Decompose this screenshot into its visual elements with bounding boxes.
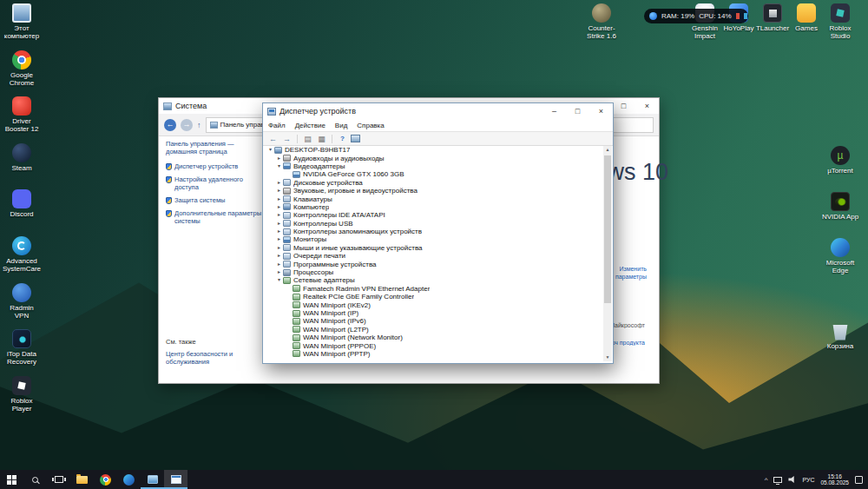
desktop-icon-systemcare[interactable]: Advanced SystemCare — [2, 236, 42, 273]
expand-icon[interactable]: ▸ — [275, 203, 283, 211]
edge-taskbar-button[interactable] — [117, 470, 141, 489]
taskbar-clock[interactable]: 15:16 05.08.2025 — [820, 473, 849, 486]
desktop-icon-chrome[interactable]: Google Chrome — [2, 50, 42, 87]
tree-item[interactable]: ▾Видеоадаптеры — [265, 162, 602, 170]
desktop-icon-edge[interactable]: Microsoft Edge — [820, 238, 860, 274]
volume-icon[interactable] — [788, 476, 796, 484]
tree-item[interactable]: ▸Мыши и иные указывающие устройства — [265, 244, 602, 252]
file-explorer-button[interactable] — [70, 470, 94, 489]
scan-hardware-icon[interactable] — [351, 135, 360, 142]
vertical-scrollbar[interactable]: ▲ ▼ — [603, 146, 612, 361]
expand-icon[interactable]: ▸ — [275, 261, 283, 268]
properties-icon[interactable]: ▦ — [316, 135, 327, 143]
expand-icon[interactable]: ▸ — [275, 211, 283, 219]
scroll-up-arrow[interactable]: ▲ — [603, 146, 612, 154]
tree-item[interactable]: Famatech Radmin VPN Ethernet Adapter — [265, 285, 602, 293]
scroll-down-arrow[interactable]: ▼ — [603, 354, 612, 361]
device-manager-taskbar-button[interactable] — [164, 470, 187, 489]
tree-item[interactable]: WAN Miniport (Network Monitor) — [265, 334, 602, 341]
expand-icon[interactable]: ▸ — [275, 252, 283, 260]
expand-icon[interactable]: ▸ — [275, 195, 283, 203]
minimize-button[interactable]: – — [542, 103, 566, 119]
desktop-icon-utorrent[interactable]: µTorrent — [820, 146, 860, 175]
maximize-button[interactable]: □ — [612, 98, 635, 114]
tree-item[interactable]: WAN Miniport (PPTP) — [265, 350, 602, 358]
desktop-icon-nvidia[interactable]: NVIDIA App — [820, 192, 860, 221]
forward-icon[interactable]: → — [281, 135, 293, 143]
tree-item[interactable]: ▸Компьютер — [265, 203, 602, 211]
desktop-icon-cs16[interactable]: Counter-Strike 1.6 — [582, 3, 621, 40]
tree-item[interactable]: ▸Процессоры — [265, 268, 602, 276]
maximize-button[interactable]: □ — [566, 103, 589, 119]
tree-item[interactable]: Realtek PCIe GbE Family Controller — [265, 293, 602, 301]
sidebar-task-link[interactable]: Настройка удаленного доступа — [166, 175, 263, 191]
expand-icon[interactable]: ▸ — [275, 235, 283, 243]
expand-icon[interactable]: ▸ — [275, 268, 283, 276]
tree-item[interactable]: ▸Дисковые устройства — [265, 179, 602, 187]
tree-item[interactable]: ▸Очереди печати — [265, 252, 602, 260]
tree-item[interactable]: ▸Контроллеры IDE ATA/ATAPI — [265, 211, 602, 219]
task-view-button[interactable] — [47, 470, 70, 489]
language-indicator[interactable]: РУС — [802, 477, 814, 483]
device-manager-titlebar[interactable]: Диспетчер устройств – □ × — [263, 103, 613, 119]
collapse-icon[interactable]: ▾ — [266, 146, 274, 154]
see-also-link[interactable]: Центр безопасности и обслуживания — [166, 350, 263, 366]
tree-item[interactable]: NVIDIA GeForce GTX 1060 3GB — [265, 170, 602, 178]
tree-item[interactable]: ▸Мониторы — [265, 235, 602, 243]
tree-item[interactable]: ▾Сетевые адаптеры — [265, 276, 602, 284]
desktop-icon-roblox-studio[interactable]: Roblox Studio — [820, 3, 860, 40]
sidebar-task-link[interactable]: Диспетчер устройств — [166, 162, 263, 170]
system-taskbar-button[interactable] — [141, 470, 164, 489]
tree-item[interactable]: WAN Miniport (L2TP) — [265, 326, 602, 334]
expand-icon[interactable]: ▸ — [275, 179, 283, 187]
desktop-icon-radmin[interactable]: Radmin VPN — [2, 283, 42, 320]
taskbar-search-button[interactable] — [23, 470, 47, 489]
network-icon[interactable] — [773, 477, 782, 483]
menu-item[interactable]: Файл — [268, 122, 286, 129]
close-button[interactable]: × — [635, 98, 659, 114]
desktop-icon-recycle-bin[interactable]: Корзина — [820, 321, 860, 350]
up-icon[interactable]: ↑ — [197, 121, 201, 129]
back-icon[interactable]: ← — [267, 135, 279, 143]
tree-item[interactable]: ▸Звуковые, игровые и видеоустройства — [265, 187, 602, 195]
tree-item[interactable]: ▾DESKTOP-B9HBT17 — [265, 146, 602, 154]
sidebar-task-link[interactable]: Дополнительные параметры системы — [166, 209, 263, 225]
desktop-icon-discord[interactable]: Discord — [2, 189, 42, 218]
forward-icon[interactable]: → — [181, 119, 193, 131]
desktop-icon-steam[interactable]: Steam — [2, 143, 42, 172]
desktop-icon-roblox[interactable]: Roblox Player — [2, 376, 42, 413]
close-button[interactable]: × — [589, 103, 613, 119]
sidebar-home-link[interactable]: Панель управления — домашняя страница — [166, 140, 263, 155]
expand-icon[interactable]: ▸ — [275, 244, 283, 252]
expand-icon[interactable]: ▸ — [275, 155, 283, 162]
hidden-icons-chevron[interactable]: ^ — [765, 476, 768, 484]
tree-item[interactable]: ▸Программные устройства — [265, 260, 602, 268]
tree-item[interactable]: ▸Контроллеры запоминающих устройств — [265, 228, 602, 235]
expand-icon[interactable]: ▸ — [275, 228, 283, 235]
tree-item[interactable]: ▸Клавиатуры — [265, 195, 602, 202]
desktop-icon-computer[interactable]: Этот компьютер — [2, 3, 42, 40]
tree-item[interactable]: ▸Контроллеры USB — [265, 220, 602, 228]
collapse-icon[interactable]: ▾ — [275, 162, 283, 170]
scrollbar-thumb[interactable] — [604, 155, 611, 303]
action-center-icon[interactable] — [855, 476, 863, 484]
desktop-icon-driver-booster[interactable]: Driver Booster 12 — [2, 96, 42, 133]
expand-icon[interactable]: ▸ — [275, 187, 283, 195]
chrome-taskbar-button[interactable] — [94, 470, 117, 489]
tree-item[interactable]: WAN Miniport (PPPOE) — [265, 341, 602, 349]
collapse-icon[interactable]: ▾ — [275, 276, 283, 284]
console-tree-icon[interactable]: ▤ — [302, 135, 313, 143]
tree-item[interactable]: WAN Miniport (IPv6) — [265, 317, 602, 325]
menu-item[interactable]: Действие — [295, 122, 326, 129]
start-button[interactable] — [0, 470, 23, 489]
menu-item[interactable]: Вид — [335, 122, 347, 129]
desktop-icon-itop[interactable]: iTop Data Recovery — [2, 329, 42, 366]
help-icon[interactable]: ? — [337, 135, 348, 142]
expand-icon[interactable]: ▸ — [275, 220, 283, 228]
menu-item[interactable]: Справка — [357, 122, 384, 129]
tree-item[interactable]: WAN Miniport (IKEv2) — [265, 301, 602, 308]
tree-item[interactable]: WAN Miniport (IP) — [265, 309, 602, 317]
tree-item[interactable]: ▸Аудиовходы и аудиовыходы — [265, 154, 602, 162]
back-icon[interactable]: ← — [164, 119, 176, 131]
sidebar-task-link[interactable]: Защита системы — [166, 196, 263, 204]
